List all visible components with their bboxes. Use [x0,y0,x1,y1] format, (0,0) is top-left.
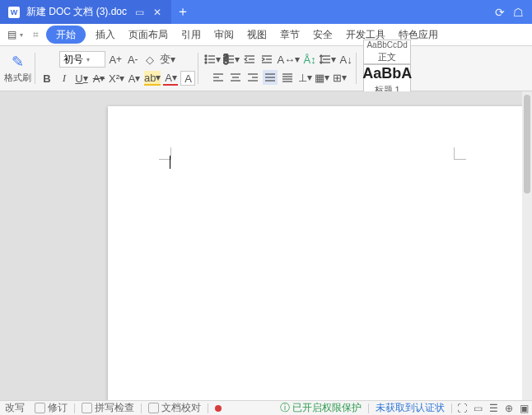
menu-insert[interactable]: 插入 [89,24,122,46]
print-layout-icon[interactable]: ▭ [470,403,486,414]
align-justify-button[interactable] [263,70,278,85]
italic-button[interactable]: I [57,71,72,86]
fit-width-icon[interactable]: ⛶ [454,403,470,414]
menu-references[interactable]: 引用 [175,24,208,46]
increase-indent-button[interactable] [259,52,274,67]
font-color-button[interactable]: A▾ [163,71,178,86]
status-permission[interactable]: ⓘ 已开启权限保护 [275,401,366,415]
reading-view-icon[interactable]: ▣ [516,403,532,414]
doc-type-icon: W [8,7,20,18]
bold-button[interactable]: B [40,71,54,86]
highlight-button[interactable]: ab▾ [144,71,161,86]
style-body-preview: AaBbCcDd [366,40,407,49]
status-rewrite[interactable]: 改写 [0,401,30,415]
align-distribute-button[interactable] [280,70,295,85]
font-size-value: 初号 [63,53,83,67]
text-effects-button[interactable]: A▾ [127,71,142,86]
tab-close-icon[interactable]: ✕ [152,7,163,18]
shading-button[interactable]: ▦▾ [315,70,329,85]
file-menu-dropdown-icon[interactable]: ▾ [20,31,28,39]
clear-format-button[interactable]: ◇ [142,52,157,67]
vertical-scrollbar[interactable] [522,91,532,400]
status-record[interactable] [210,405,226,412]
format-painter-icon: ✎ [12,53,24,71]
borders-button[interactable]: ⊞▾ [332,70,347,85]
tab-menu-icon[interactable]: ▭ [133,7,145,18]
svg-point-4 [205,62,207,63]
align-center-button[interactable] [228,70,243,85]
char-shading-button[interactable]: A [180,71,195,86]
status-auth[interactable]: 未获取到认证状 [371,401,450,415]
status-spellcheck[interactable]: 拼写检查 [77,401,139,415]
text-direction-button[interactable]: Å↕ [302,52,317,67]
outline-view-icon[interactable]: ☰ [486,403,502,414]
document-tab[interactable]: W 新建 DOC 文档 (3).doc ▭ ✕ [0,0,171,24]
sort-button[interactable]: A↓ [338,52,353,67]
page-canvas[interactable] [108,106,532,400]
menu-home[interactable]: 开始 [46,26,86,44]
text-cursor [170,156,170,169]
char-scale-button[interactable]: A↔▾ [277,52,300,67]
svg-point-0 [205,55,207,57]
decrease-font-button[interactable]: A- [125,52,140,67]
strikethrough-button[interactable]: A▾ [91,71,106,86]
menu-review[interactable]: 审阅 [208,24,240,46]
chevron-down-icon: ▾ [86,56,90,63]
skin-icon[interactable]: ☖ [513,6,524,19]
style-body-label: 正文 [378,51,396,63]
sync-icon[interactable]: ⟳ [495,6,505,19]
style-heading1-preview: AaBbA [362,65,412,82]
format-painter-label: 格式刷 [4,72,31,84]
style-body-button[interactable]: AaBbCcDd 正文 [363,40,411,64]
menu-view[interactable]: 视图 [240,24,273,46]
superscript-button[interactable]: X²▾ [109,71,124,86]
align-right-button[interactable] [245,70,260,85]
menu-security[interactable]: 安全 [306,24,339,46]
document-workarea[interactable] [0,91,532,400]
tab-stops-button[interactable]: ⊥▾ [297,70,312,85]
underline-button[interactable]: U▾ [74,71,89,86]
web-layout-icon[interactable]: ⊕ [502,403,516,414]
increase-font-button[interactable]: A+ [108,52,123,67]
menu-page-layout[interactable]: 页面布局 [122,24,175,46]
line-spacing-button[interactable]: ▾ [320,52,336,67]
decrease-indent-button[interactable] [242,52,257,67]
align-left-button[interactable] [211,70,226,85]
numbering-button[interactable]: 123▾ [223,52,240,67]
format-painter-button[interactable]: ✎ 格式刷 [4,53,31,84]
bullets-button[interactable]: ▾ [204,52,221,67]
font-size-select[interactable]: 初号▾ [59,51,105,68]
menu-sections[interactable]: 章节 [273,24,306,46]
svg-point-2 [205,58,207,60]
status-revise[interactable]: 修订 [30,401,72,415]
document-tab-title: 新建 DOC 文档 (3).doc [26,5,127,19]
status-proofread[interactable]: 文档校对 [143,401,206,415]
phonetic-guide-button[interactable]: 变▾ [160,52,175,67]
scroll-thumb[interactable] [524,95,530,194]
margin-marker-tr [454,147,466,160]
svg-text:3: 3 [223,55,229,65]
new-tab-button[interactable]: ＋ [171,0,194,24]
record-icon [215,405,222,412]
quick-access-icon[interactable]: ⌗ [28,29,43,40]
file-menu-icon[interactable]: ▤ [3,29,20,40]
